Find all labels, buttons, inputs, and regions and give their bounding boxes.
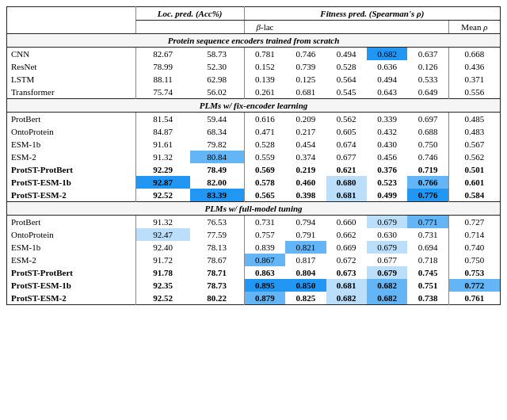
- thermo-cell: 0.660: [326, 216, 367, 229]
- model-cell: CNN: [7, 48, 136, 61]
- thermo-cell: 0.673: [326, 266, 367, 279]
- aav-cell: 0.460: [285, 176, 326, 189]
- bin-cell: 92.35: [135, 279, 190, 292]
- mean-cell: 0.371: [448, 73, 500, 86]
- sub-cell: 78.67: [190, 254, 245, 266]
- mean-cell: 0.668: [448, 48, 500, 61]
- flu-header: [367, 21, 407, 34]
- table-row: ProtBert81.5459.440.6160.2090.5620.3390.…: [7, 113, 501, 126]
- beta_lac-cell: 0.895: [244, 279, 285, 292]
- model-cell: Transformer: [7, 86, 136, 99]
- model-cell: ProtBert: [7, 113, 136, 126]
- bin-cell: 91.32: [135, 216, 190, 229]
- mean-cell: 0.584: [448, 189, 500, 202]
- thermo-cell: 0.662: [326, 228, 367, 241]
- mean-cell: 0.601: [448, 176, 500, 189]
- sub-cell: 83.39: [190, 189, 245, 202]
- flu-cell: 0.630: [367, 228, 407, 241]
- thermo-cell: 0.494: [326, 48, 367, 61]
- model-cell: ResNet: [7, 60, 136, 73]
- thermo-cell: 0.681: [326, 279, 367, 292]
- aav-cell: 0.374: [285, 151, 326, 163]
- sta-cell: 0.688: [407, 125, 448, 138]
- flu-cell: 0.376: [367, 163, 407, 176]
- aav-cell: 0.209: [285, 113, 326, 126]
- flu-cell: 0.682: [367, 48, 407, 61]
- sta-cell: 0.766: [407, 176, 448, 189]
- table-row: ProtBert91.3276.530.7310.7940.6600.6790.…: [7, 216, 501, 229]
- sub-cell: 80.22: [190, 292, 245, 305]
- beta-lac-header: β-lac: [244, 21, 285, 34]
- section-header-2: PLMs w/ full-model tuning: [7, 202, 501, 216]
- aav-cell: 0.739: [285, 60, 326, 73]
- section-header-1: PLMs w/ fix-encoder learning: [7, 99, 501, 113]
- flu-cell: 0.523: [367, 176, 407, 189]
- bin-cell: 91.61: [135, 138, 190, 151]
- table-row: ESM-1b91.6179.820.5280.4540.6740.4300.75…: [7, 138, 501, 151]
- aav-cell: 0.794: [285, 216, 326, 229]
- mean-cell: 0.567: [448, 138, 500, 151]
- beta_lac-cell: 0.616: [244, 113, 285, 126]
- aav-header: [285, 21, 326, 34]
- model-cell: ESM-1b: [7, 241, 136, 254]
- sta-cell: 0.533: [407, 73, 448, 86]
- beta_lac-cell: 0.731: [244, 216, 285, 229]
- mean-cell: 0.501: [448, 163, 500, 176]
- beta_lac-cell: 0.471: [244, 125, 285, 138]
- sub-header: [190, 21, 245, 34]
- table-row: ESM-1b92.4078.130.8390.8210.6690.6790.69…: [7, 241, 501, 254]
- sub-cell: 78.49: [190, 163, 245, 176]
- sub-cell: 80.84: [190, 151, 245, 163]
- bin-cell: 78.99: [135, 60, 190, 73]
- section-header-0: Protein sequence encoders trained from s…: [7, 34, 501, 48]
- sub-cell: 56.02: [190, 86, 245, 99]
- sub-cell: 62.98: [190, 73, 245, 86]
- model-cell: ESM-1b: [7, 138, 136, 151]
- loc-pred-header: Loc. pred. (Acc%): [135, 7, 244, 21]
- table-row: CNN82.6758.730.7810.7460.4940.6820.6370.…: [7, 48, 501, 61]
- model-header: [7, 7, 136, 34]
- table-row: OntoProtein92.4777.590.7570.7910.6620.63…: [7, 228, 501, 241]
- flu-cell: 0.682: [367, 279, 407, 292]
- thermo-cell: 0.562: [326, 113, 367, 126]
- beta_lac-cell: 0.261: [244, 86, 285, 99]
- aav-cell: 0.804: [285, 266, 326, 279]
- aav-cell: 0.454: [285, 138, 326, 151]
- aav-cell: 0.219: [285, 163, 326, 176]
- bin-header: [135, 21, 190, 34]
- aav-cell: 0.398: [285, 189, 326, 202]
- thermo-cell: 0.681: [326, 189, 367, 202]
- table-row: ESM-291.3280.840.5590.3740.6770.4560.746…: [7, 151, 501, 163]
- sub-cell: 79.82: [190, 138, 245, 151]
- flu-cell: 0.677: [367, 254, 407, 266]
- mean-cell: 0.753: [448, 266, 500, 279]
- sta-cell: 0.697: [407, 113, 448, 126]
- flu-cell: 0.679: [367, 216, 407, 229]
- model-cell: ESM-2: [7, 254, 136, 266]
- sta-cell: 0.738: [407, 292, 448, 305]
- model-cell: ProtST-ProtBert: [7, 266, 136, 279]
- mean-cell: 0.727: [448, 216, 500, 229]
- model-cell: OntoProtein: [7, 228, 136, 241]
- table-row: ResNet78.9952.300.1520.7390.5280.6360.12…: [7, 60, 501, 73]
- bin-cell: 92.47: [135, 228, 190, 241]
- table-row: ProtST-ESM-292.5283.390.5650.3980.6810.4…: [7, 189, 501, 202]
- bin-cell: 92.52: [135, 292, 190, 305]
- sub-cell: 82.00: [190, 176, 245, 189]
- sta-cell: 0.649: [407, 86, 448, 99]
- flu-cell: 0.679: [367, 266, 407, 279]
- sub-cell: 78.71: [190, 266, 245, 279]
- flu-cell: 0.456: [367, 151, 407, 163]
- table-row: ProtST-ESM-1b92.8782.000.5780.4600.6800.…: [7, 176, 501, 189]
- beta_lac-cell: 0.867: [244, 254, 285, 266]
- table-row: ProtST-ProtBert92.2978.490.5690.2190.621…: [7, 163, 501, 176]
- sta-header: [407, 21, 448, 34]
- model-cell: ProtBert: [7, 216, 136, 229]
- beta_lac-cell: 0.879: [244, 292, 285, 305]
- thermo-cell: 0.680: [326, 176, 367, 189]
- thermo-cell: 0.669: [326, 241, 367, 254]
- thermo-cell: 0.682: [326, 292, 367, 305]
- aav-cell: 0.681: [285, 86, 326, 99]
- beta_lac-cell: 0.528: [244, 138, 285, 151]
- flu-cell: 0.432: [367, 125, 407, 138]
